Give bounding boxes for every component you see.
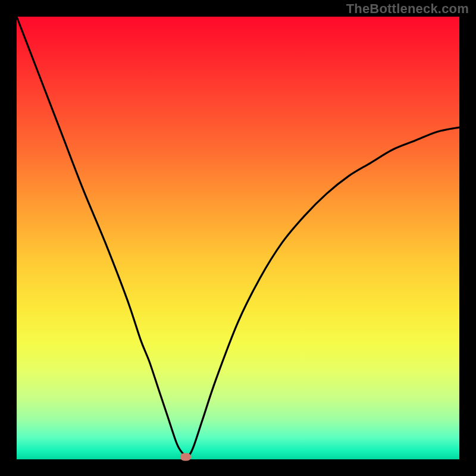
bottleneck-curve xyxy=(17,17,459,456)
chart-frame: TheBottleneck.com xyxy=(0,0,476,476)
plot-area xyxy=(17,17,459,459)
curve-svg xyxy=(17,17,459,459)
attribution-text: TheBottleneck.com xyxy=(346,1,469,17)
optimal-point-marker xyxy=(180,453,191,461)
